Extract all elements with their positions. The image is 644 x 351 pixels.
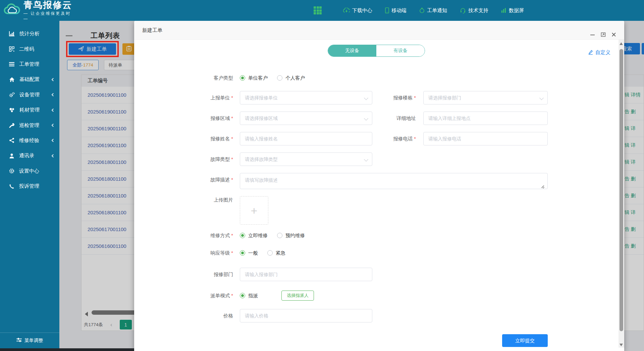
close-icon[interactable] <box>611 32 616 38</box>
toggle-no-device[interactable]: 无设备 <box>328 45 376 56</box>
headset-icon <box>460 7 466 13</box>
fault-type-select-input[interactable] <box>240 152 372 166</box>
scroll-up-arrow-icon[interactable] <box>620 42 623 45</box>
sidebar-item-work-orders[interactable]: 工单管理 <box>0 57 59 72</box>
sidebar: 统计分析 二维码 工单管理 基础配置 设备管理 耗材管 <box>0 21 59 351</box>
radio-immediate-repair[interactable]: 立即维修 <box>240 232 268 239</box>
sidebar-item-complaints[interactable]: 投诉管理 <box>0 179 59 194</box>
cloud-logo-icon <box>3 3 21 18</box>
report-unit-select[interactable] <box>240 91 372 104</box>
brand-tagline: — 让企业维保更及时 — <box>23 11 77 21</box>
menu-adjust-button[interactable]: 菜单调整 <box>0 333 59 348</box>
collapse-chevron-icon <box>52 139 55 142</box>
repair-name-input[interactable] <box>240 132 372 145</box>
radio-level-normal[interactable]: 一般 <box>240 250 258 256</box>
nav-mobile[interactable]: 移动端 <box>385 7 407 14</box>
apps-grid-icon[interactable] <box>314 6 322 14</box>
radio-selected-icon <box>240 293 245 298</box>
top-nav: 下载中心 移动端 工单通知 技术支持 数据屏 <box>314 6 524 14</box>
gears-icon <box>9 92 15 97</box>
customize-link[interactable]: 自定义 <box>588 49 610 56</box>
brand-name: 青鸟报修云 <box>23 0 77 10</box>
radio-selected-icon <box>240 250 245 256</box>
repair-building-select-input[interactable] <box>423 91 548 104</box>
radio-unit-customer[interactable]: 单位客户 <box>240 75 268 81</box>
cloud-download-icon <box>343 8 350 13</box>
radio-level-urgent[interactable]: 紧急 <box>267 250 285 256</box>
brand-logo: 青鸟报修云 — 让企业维保更及时 — <box>0 0 77 21</box>
home-icon <box>9 77 15 82</box>
app-root: 青鸟报修云 — 让企业维保更及时 — 下载中心 移动端 工单通知 技术支持 <box>0 0 644 351</box>
scroll-down-arrow-icon[interactable] <box>620 344 623 346</box>
radio-unselected-icon <box>277 75 282 81</box>
sidebar-item-base-config[interactable]: 基础配置 <box>0 72 59 87</box>
share-icon <box>9 138 14 143</box>
stats-icon <box>9 31 15 37</box>
radio-assign[interactable]: 指派 <box>240 293 258 299</box>
new-work-order-dialog: 新建工单 无设备 有设备 自定义 客户类型 <box>134 21 624 351</box>
wrench-icon <box>9 123 14 128</box>
mobile-icon <box>385 7 389 13</box>
collapse-chevron-icon <box>52 78 55 81</box>
dialog-title: 新建工单 <box>142 21 162 40</box>
plus-icon: + <box>251 205 258 216</box>
detail-address-input[interactable] <box>423 112 548 125</box>
sidebar-item-inspection[interactable]: 巡检管理 <box>0 118 59 133</box>
nav-download-center[interactable]: 下载中心 <box>343 7 372 14</box>
nav-data-screen[interactable]: 数据屏 <box>501 7 524 14</box>
minimize-icon[interactable] <box>590 32 595 38</box>
price-input[interactable] <box>240 309 372 322</box>
fault-description-textarea[interactable] <box>240 173 548 189</box>
sidebar-item-qrcode[interactable]: 二维码 <box>0 41 59 56</box>
field-label-repair-dept: 报修部门 <box>186 268 233 281</box>
choose-assignee-button[interactable]: 选择指派人 <box>281 291 314 301</box>
toggle-has-device[interactable]: 有设备 <box>376 45 425 56</box>
repair-phone-input[interactable] <box>423 132 548 145</box>
gear-icon <box>9 168 14 174</box>
sidebar-item-stats[interactable]: 统计分析 <box>0 26 59 41</box>
repair-area-select-input[interactable] <box>240 112 372 125</box>
collapse-chevron-icon <box>52 124 55 127</box>
fault-type-select[interactable] <box>240 152 372 166</box>
field-label-repair-area: 报修区域* <box>186 112 233 125</box>
sidebar-item-consumables[interactable]: 耗材管理 <box>0 102 59 118</box>
top-header-bar: 青鸟报修云 — 让企业维保更及时 — 下载中心 移动端 工单通知 技术支持 <box>0 0 644 21</box>
repair-building-select[interactable] <box>423 91 548 104</box>
field-label-response-level: 响应等级* <box>186 249 233 257</box>
dialog-header: 新建工单 <box>134 21 624 40</box>
nav-order-notify[interactable]: 工单通知 <box>419 7 447 14</box>
upload-image-button[interactable]: + <box>240 196 268 225</box>
vertical-scrollbar-thumb[interactable] <box>620 49 623 331</box>
contacts-icon <box>9 153 14 159</box>
qrcode-icon <box>9 46 14 52</box>
field-label-dispatch-mode: 派单模式* <box>186 291 233 301</box>
radio-personal-customer[interactable]: 个人客户 <box>277 75 305 81</box>
dialog-body: 无设备 有设备 自定义 客户类型 单位客户 个人客户 <box>134 40 619 351</box>
collapse-chevron-icon <box>52 108 55 112</box>
repair-dept-input[interactable] <box>240 268 372 281</box>
collapse-chevron-icon <box>52 93 55 96</box>
submit-button[interactable]: 立即提交 <box>502 334 548 347</box>
dialog-vertical-scrollbar <box>619 40 624 348</box>
work-order-form: 客户类型 单位客户 个人客户 上报单位* 报修楼栋* <box>186 74 619 322</box>
maximize-icon[interactable] <box>601 32 606 38</box>
sidebar-item-settings-center[interactable]: 设置中心 <box>0 164 59 179</box>
nav-tech-support[interactable]: 技术支持 <box>460 7 488 14</box>
repair-area-select[interactable] <box>240 112 372 125</box>
device-toggle: 无设备 有设备 <box>328 45 425 57</box>
field-label-fault-type: 故障类型* <box>186 152 233 166</box>
sidebar-item-device-mgmt[interactable]: 设备管理 <box>0 87 59 102</box>
field-label-customer-type: 客户类型 <box>186 74 233 82</box>
field-label-repair-name: 报修姓名* <box>186 132 233 145</box>
worklist-icon <box>9 62 14 67</box>
notification-icon <box>419 7 425 13</box>
report-unit-select-input[interactable] <box>240 91 372 104</box>
consumables-icon <box>9 107 15 113</box>
radio-scheduled-repair[interactable]: 预约维修 <box>277 232 305 239</box>
sidebar-item-contacts[interactable]: 通讯录 <box>0 148 59 163</box>
radio-unselected-icon <box>277 233 282 238</box>
sidebar-item-repair-experience[interactable]: 维修经验 <box>0 133 59 148</box>
radio-unselected-icon <box>267 250 273 256</box>
sliders-icon <box>16 338 22 343</box>
field-label-price: 价格 <box>186 309 233 322</box>
